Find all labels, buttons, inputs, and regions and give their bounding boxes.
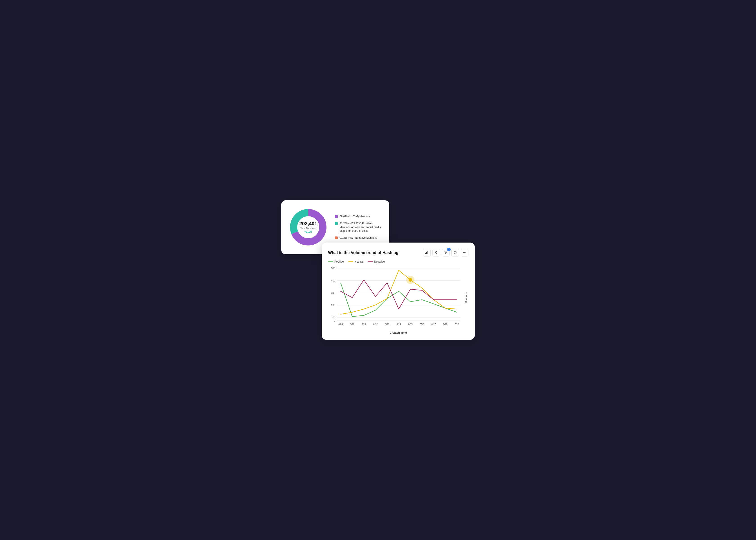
- bar-chart-button[interactable]: [423, 249, 431, 256]
- x-axis-title: Created Time: [328, 331, 468, 335]
- svg-text:6/12: 6/12: [373, 323, 378, 326]
- svg-text:200: 200: [331, 304, 335, 307]
- more-button[interactable]: [461, 249, 468, 256]
- legend-item-orange: 0.03% (457) Negative Mentions: [335, 236, 383, 240]
- legend-dot-orange: [335, 236, 338, 239]
- header-icons: 2: [423, 249, 468, 256]
- filter-button[interactable]: 2: [442, 249, 449, 256]
- svg-text:500: 500: [331, 267, 335, 270]
- bar-chart-icon: [425, 251, 429, 254]
- svg-text:6/15: 6/15: [408, 323, 413, 326]
- legend-neutral: Neutral: [348, 260, 363, 263]
- chart-svg-wrapper: 500 400 300 200 100 0 6/09 6/10 6/11 6/1…: [328, 266, 468, 330]
- legend-dot-purple: [335, 215, 338, 218]
- legend-label-neutral: Neutral: [355, 260, 363, 263]
- svg-text:6/18: 6/18: [443, 323, 447, 326]
- svg-rect-3: [425, 253, 426, 254]
- svg-text:300: 300: [331, 292, 335, 294]
- svg-point-9: [465, 252, 466, 253]
- svg-text:6/13: 6/13: [385, 323, 390, 326]
- svg-text:6/19: 6/19: [455, 323, 459, 326]
- highlight-dot: [409, 278, 412, 282]
- bulb-icon: [435, 251, 438, 254]
- legend-text-teal: 31.28% (469.77K) Positive Mentions on we…: [339, 222, 383, 233]
- total-label: Total Mentions: [299, 227, 317, 230]
- legend-line-negative: [368, 261, 373, 262]
- svg-text:400: 400: [331, 279, 335, 282]
- legend-line-neutral: [348, 261, 353, 262]
- svg-rect-5: [428, 251, 428, 254]
- total-number: 202,401: [299, 221, 317, 226]
- legend-label-positive: Positive: [334, 260, 344, 263]
- legend-positive: Positive: [328, 260, 344, 263]
- more-icon: [463, 251, 466, 254]
- legend-item-teal: 31.28% (469.77K) Positive Mentions on we…: [335, 222, 383, 233]
- chart-area: 500 400 300 200 100 0 6/09 6/10 6/11 6/1…: [328, 266, 468, 335]
- svg-text:0: 0: [334, 320, 335, 322]
- donut-legend: 68.69% (1.03M) Mentions 31.28% (469.77K)…: [335, 215, 383, 240]
- line-chart-svg: 500 400 300 200 100 0 6/09 6/10 6/11 6/1…: [328, 266, 465, 330]
- line-chart-title: What is the Volume trend of Hashtag: [328, 250, 399, 255]
- filter-icon: [444, 251, 447, 254]
- filter-badge: 2: [447, 248, 451, 251]
- total-change: +3.1%: [299, 230, 317, 233]
- svg-text:6/16: 6/16: [420, 323, 424, 326]
- svg-point-7: [463, 252, 464, 253]
- y-axis-label: Mentions: [465, 266, 468, 330]
- line-chart-header: What is the Volume trend of Hashtag: [328, 249, 468, 256]
- svg-rect-4: [427, 252, 427, 254]
- svg-point-8: [464, 252, 465, 253]
- legend-line-positive: [328, 261, 333, 262]
- neutral-line: [341, 270, 457, 315]
- chart-legend: Positive Neutral Negative: [328, 260, 468, 263]
- svg-text:6/17: 6/17: [431, 323, 436, 326]
- svg-text:6/09: 6/09: [338, 323, 343, 326]
- svg-text:6/14: 6/14: [396, 323, 401, 326]
- donut-chart: 202,401 Total Mentions +3.1%: [288, 207, 328, 247]
- svg-text:6/11: 6/11: [362, 323, 366, 326]
- svg-text:6/10: 6/10: [350, 323, 355, 326]
- legend-item-purple: 68.69% (1.03M) Mentions: [335, 215, 383, 218]
- legend-negative: Negative: [368, 260, 385, 263]
- refresh-icon: [453, 251, 457, 254]
- svg-text:100: 100: [331, 316, 335, 319]
- line-chart-card: What is the Volume trend of Hashtag: [322, 242, 475, 340]
- negative-line: [341, 280, 457, 309]
- svg-point-6: [436, 252, 437, 253]
- legend-label-negative: Negative: [374, 260, 385, 263]
- legend-dot-teal: [335, 222, 338, 225]
- refresh-button[interactable]: [451, 249, 459, 256]
- legend-text-purple: 68.69% (1.03M) Mentions: [339, 215, 370, 218]
- donut-center: 202,401 Total Mentions +3.1%: [299, 221, 317, 233]
- bulb-button[interactable]: [433, 249, 440, 256]
- scene: 202,401 Total Mentions +3.1% 68.69% (1.0…: [281, 200, 475, 340]
- legend-text-orange: 0.03% (457) Negative Mentions: [339, 236, 377, 240]
